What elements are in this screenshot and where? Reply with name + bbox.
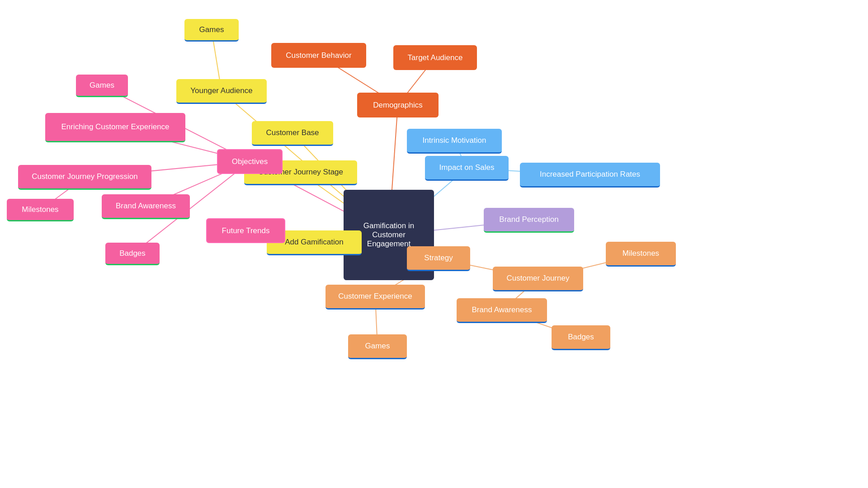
brand-perception[interactable]: Brand Perception [484,208,574,233]
badges-right[interactable]: Badges [552,325,610,350]
milestones-right[interactable]: Milestones [606,242,676,267]
target-audience[interactable]: Target Audience [393,45,477,70]
customer-experience[interactable]: Customer Experience [326,285,425,310]
future-trends[interactable]: Future Trends [206,218,285,243]
center-label: Gamification in Customer Engagement [352,221,426,249]
objectives[interactable]: Objectives [217,149,283,174]
customer-base[interactable]: Customer Base [252,121,333,146]
brand-awareness-left[interactable]: Brand Awareness [102,194,190,219]
impact-on-sales[interactable]: Impact on Sales [425,156,509,181]
brand-awareness-right[interactable]: Brand Awareness [457,298,547,323]
demographics[interactable]: Demographics [357,93,439,117]
enriching-cx[interactable]: Enriching Customer Experience [45,113,185,142]
younger-audience[interactable]: Younger Audience [176,79,267,104]
badges-left[interactable]: Badges [105,243,160,265]
increased-participation[interactable]: Increased Participation Rates [520,163,660,188]
intrinsic-motivation[interactable]: Intrinsic Motivation [407,129,502,154]
milestones-left[interactable]: Milestones [7,199,74,221]
games-left[interactable]: Games [76,75,128,97]
customer-journey-right[interactable]: Customer Journey [493,267,583,291]
games-bottom[interactable]: Games [348,334,407,359]
customer-behavior[interactable]: Customer Behavior [271,43,366,68]
cj-progression[interactable]: Customer Journey Progression [18,165,151,190]
games-top[interactable]: Games [184,19,239,42]
strategy[interactable]: Strategy [407,246,470,271]
